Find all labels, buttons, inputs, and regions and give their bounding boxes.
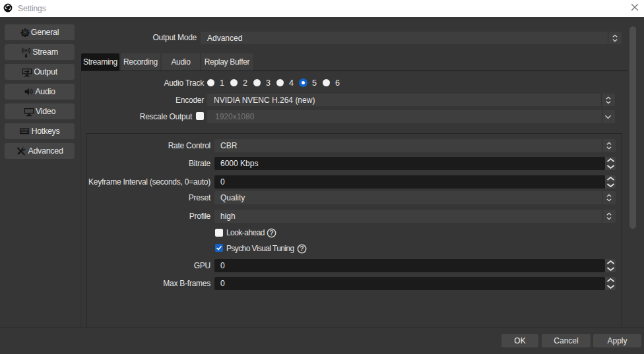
svg-text:?: ? bbox=[269, 229, 273, 237]
svg-text:?: ? bbox=[300, 245, 304, 252]
